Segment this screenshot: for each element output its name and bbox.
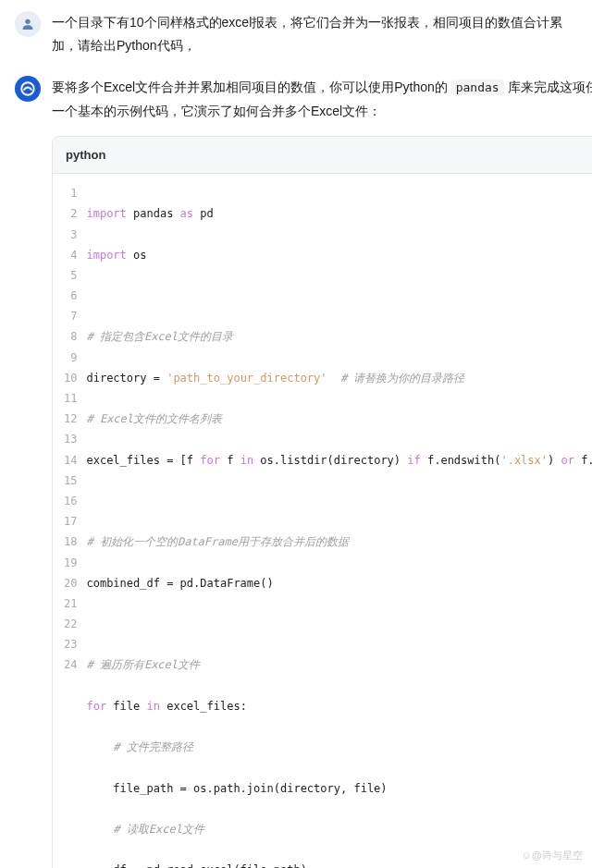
watermark: ☺@诗与星空	[522, 849, 583, 862]
code-block-python: python 复制 123456789101112131415161718192…	[52, 136, 592, 868]
user-message: 一个目录下有10个同样格式的excel报表，将它们合并为一张报表，相同项目的数值…	[15, 11, 577, 57]
svg-point-0	[25, 19, 30, 24]
ai-message: 要将多个Excel文件合并并累加相同项目的数值，你可以使用Python的 pan…	[15, 76, 577, 868]
inline-code: pandas	[451, 79, 504, 95]
user-avatar	[15, 11, 41, 37]
ai-logo-icon	[19, 80, 36, 97]
ai-intro: 要将多个Excel文件合并并累加相同项目的数值，你可以使用Python的 pan…	[52, 76, 592, 122]
svg-point-1	[21, 83, 34, 96]
line-numbers: 123456789101112131415161718192021222324	[53, 174, 86, 868]
user-text: 一个目录下有10个同样格式的excel报表，将它们合并为一张报表，相同项目的数值…	[52, 11, 577, 57]
ai-avatar	[15, 76, 41, 102]
person-icon	[20, 17, 35, 31]
code-lang-label: python	[66, 144, 105, 165]
code-content: import pandas as pd import os # 指定包含Exce…	[86, 174, 592, 868]
